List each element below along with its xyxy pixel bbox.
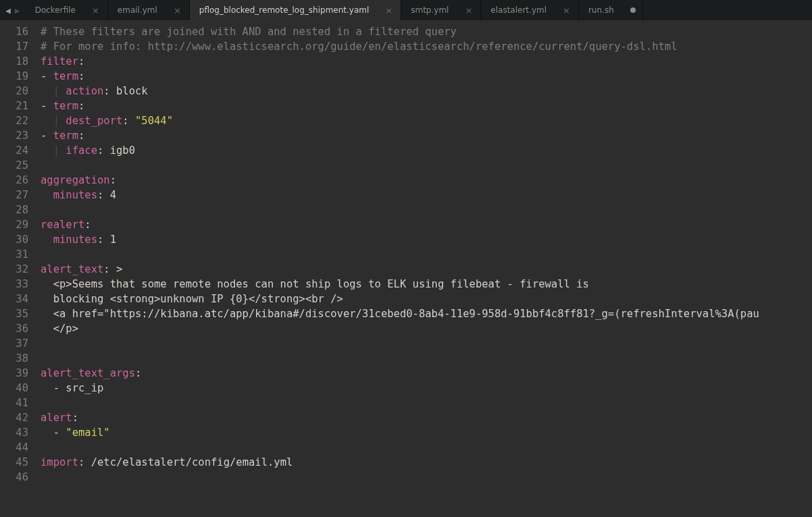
- token-punct: :: [78, 130, 84, 142]
- code-line[interactable]: <a href="https://kibana.atc/app/kibana#/…: [41, 306, 812, 321]
- line-number: 28: [0, 202, 28, 217]
- tab-label: smtp.yml: [411, 5, 449, 15]
- tab-smtp-yml[interactable]: smtp.yml×: [401, 0, 481, 20]
- code-line[interactable]: alert:: [41, 410, 812, 425]
- tab-dockerfile[interactable]: Dockerfile×: [26, 0, 108, 20]
- code-line[interactable]: # These filters are joined with AND and …: [41, 24, 812, 39]
- token-guide: [41, 189, 53, 201]
- token-num: 4: [110, 189, 116, 201]
- code-line[interactable]: [41, 470, 812, 485]
- code-line[interactable]: import: /etc/elastalert/config/email.yml: [41, 455, 812, 470]
- token-key: term: [53, 130, 78, 142]
- line-number: 40: [0, 381, 28, 396]
- code-line[interactable]: - src_ip: [41, 381, 812, 396]
- token-comment: # For more info: http://www.elasticsearc…: [41, 40, 678, 53]
- code-line[interactable]: | action: block: [41, 84, 812, 99]
- tab-elastalert-yml[interactable]: elastalert.yml×: [481, 0, 579, 20]
- tab-run-sh[interactable]: run.sh: [579, 0, 643, 20]
- token-val: /etc/elastalert/config/email.yml: [91, 456, 293, 468]
- token-key: alert_text_args: [41, 367, 135, 379]
- close-icon[interactable]: ×: [384, 5, 394, 16]
- code-line[interactable]: - "email": [41, 425, 812, 440]
- code-line[interactable]: <p>Seems that some remote nodes can not …: [41, 277, 812, 292]
- line-number: 21: [0, 99, 28, 113]
- token-block: <a href="https://kibana.atc/app/kibana#/…: [41, 308, 759, 320]
- token-val: igb0: [110, 144, 135, 157]
- token-key: term: [53, 70, 78, 82]
- token-punct: :: [78, 70, 84, 82]
- close-icon[interactable]: ×: [463, 5, 474, 16]
- token-punct: :: [97, 234, 110, 246]
- line-number: 30: [0, 232, 28, 247]
- line-number: 38: [0, 351, 28, 366]
- line-number: 17: [0, 39, 28, 54]
- nav-arrows: ◀ ▶: [0, 0, 26, 20]
- nav-forward-icon[interactable]: ▶: [14, 5, 22, 16]
- token-key: filter: [41, 55, 78, 67]
- tab-label: elastalert.yml: [490, 5, 547, 15]
- token-punct: :: [78, 100, 84, 112]
- code-line[interactable]: - term:: [41, 69, 812, 84]
- code-line[interactable]: - term:: [41, 128, 812, 143]
- line-number: 34: [0, 292, 28, 306]
- close-icon[interactable]: ×: [91, 5, 101, 16]
- code-line[interactable]: blocking <strong>unknown IP {0}</strong>…: [41, 292, 812, 306]
- line-number: 18: [0, 54, 28, 69]
- code-line[interactable]: # For more info: http://www.elasticsearc…: [41, 39, 812, 54]
- tab-pflog-blocked-remote-log-shipment-yaml[interactable]: pflog_blocked_remote_log_shipment.yaml×: [190, 0, 401, 20]
- code-line[interactable]: - term:: [41, 99, 812, 113]
- token-key: aggregation: [41, 174, 110, 186]
- code-line[interactable]: realert:: [41, 217, 812, 232]
- code-line[interactable]: aggregation:: [41, 173, 812, 188]
- code-line[interactable]: | dest_port: "5044": [41, 113, 812, 128]
- code-line[interactable]: [41, 440, 812, 455]
- line-number: 29: [0, 217, 28, 232]
- line-number: 16: [0, 24, 28, 39]
- token-guide: |: [41, 85, 66, 97]
- token-key: realert: [41, 219, 84, 231]
- token-punct: :: [72, 412, 78, 424]
- token-block: <p>Seems that some remote nodes can not …: [41, 278, 589, 290]
- line-number: 25: [0, 158, 28, 173]
- line-number: 22: [0, 113, 28, 128]
- code-line[interactable]: [41, 247, 812, 262]
- code-line[interactable]: | iface: igb0: [41, 143, 812, 158]
- close-icon[interactable]: ×: [172, 5, 182, 16]
- line-number: 44: [0, 440, 28, 455]
- tab-label: email.yml: [118, 5, 157, 15]
- tab-label: pflog_blocked_remote_log_shipment.yaml: [199, 5, 370, 15]
- line-number: 31: [0, 247, 28, 262]
- token-punct: :: [78, 55, 84, 67]
- line-number-gutter: 1617181920212223242526272829303132333435…: [0, 20, 35, 517]
- token-punct: :: [135, 367, 141, 379]
- code-line[interactable]: minutes: 1: [41, 232, 812, 247]
- line-number: 26: [0, 173, 28, 188]
- token-guide: |: [41, 144, 66, 157]
- code-line[interactable]: [41, 336, 812, 351]
- code-line[interactable]: alert_text: >: [41, 262, 812, 277]
- token-key: term: [53, 100, 78, 112]
- line-number: 32: [0, 262, 28, 277]
- token-punct: :: [103, 85, 116, 97]
- tab-email-yml[interactable]: email.yml×: [108, 0, 190, 20]
- token-val: block: [116, 85, 148, 97]
- token-val: >: [116, 263, 122, 275]
- code-line[interactable]: [41, 158, 812, 173]
- code-line[interactable]: [41, 351, 812, 366]
- token-punct: :: [84, 219, 91, 231]
- code-line[interactable]: [41, 396, 812, 410]
- nav-back-icon[interactable]: ◀: [4, 5, 12, 16]
- token-punct: :: [103, 263, 116, 275]
- line-number: 23: [0, 128, 28, 143]
- token-guide: [41, 382, 53, 394]
- dirty-indicator-icon: [630, 7, 636, 13]
- code-line[interactable]: minutes: 4: [41, 188, 812, 202]
- code-area[interactable]: # These filters are joined with AND and …: [35, 20, 812, 517]
- code-line[interactable]: alert_text_args:: [41, 366, 812, 381]
- line-number: 42: [0, 410, 28, 425]
- code-line[interactable]: [41, 202, 812, 217]
- code-line[interactable]: </p>: [41, 321, 812, 336]
- close-icon[interactable]: ×: [561, 5, 572, 16]
- line-number: 46: [0, 470, 28, 485]
- code-line[interactable]: filter:: [41, 54, 812, 69]
